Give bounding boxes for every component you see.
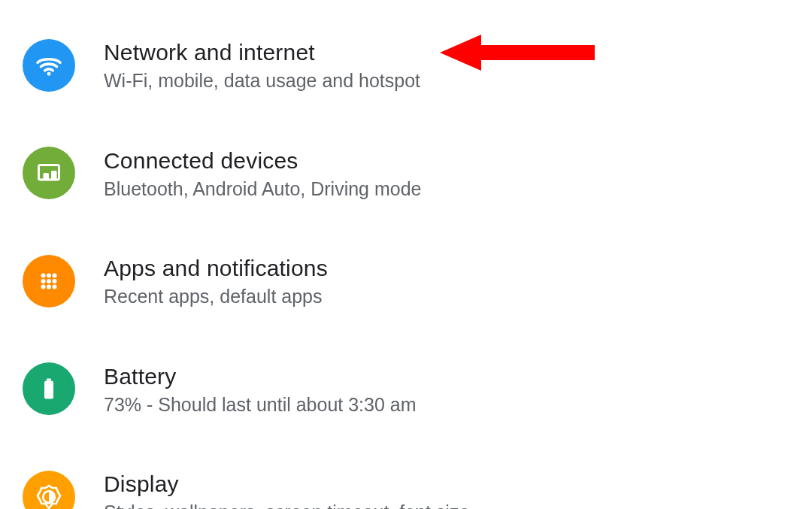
settings-item-subtitle: 73% - Should last until about 3:30 am [104, 392, 417, 417]
settings-item-text: Apps and notifications Recent apps, defa… [104, 253, 328, 309]
svg-point-6 [53, 273, 57, 277]
svg-point-4 [41, 273, 46, 277]
devices-icon [23, 147, 75, 199]
settings-item-network[interactable]: Network and internet Wi-Fi, mobile, data… [23, 23, 812, 108]
apps-icon [23, 255, 75, 308]
settings-item-text: Display Styles, wallpapers, screen timeo… [104, 469, 469, 509]
svg-point-5 [47, 273, 51, 277]
display-icon [23, 471, 75, 509]
settings-item-title: Network and internet [104, 38, 420, 67]
svg-point-11 [47, 284, 51, 289]
settings-item-display[interactable]: Display Styles, wallpapers, screen timeo… [23, 454, 812, 509]
wifi-icon [23, 39, 75, 92]
settings-item-text: Network and internet Wi-Fi, mobile, data… [104, 38, 420, 93]
svg-point-8 [47, 279, 51, 283]
settings-item-subtitle: Wi-Fi, mobile, data usage and hotspot [104, 68, 420, 93]
settings-item-text: Battery 73% - Should last until about 3:… [104, 362, 417, 417]
settings-item-title: Display [104, 469, 469, 498]
settings-item-battery[interactable]: Battery 73% - Should last until about 3:… [23, 347, 812, 432]
svg-rect-13 [47, 379, 51, 381]
settings-list: Network and internet Wi-Fi, mobile, data… [0, 0, 812, 509]
svg-rect-3 [51, 171, 57, 180]
svg-rect-14 [44, 381, 53, 399]
settings-item-subtitle: Bluetooth, Android Auto, Driving mode [104, 177, 422, 201]
svg-rect-2 [44, 173, 50, 180]
svg-point-12 [53, 284, 57, 289]
settings-item-subtitle: Styles, wallpapers, screen timeout, font… [104, 500, 469, 509]
settings-item-title: Connected devices [104, 146, 422, 175]
svg-point-7 [41, 279, 46, 283]
settings-item-title: Apps and notifications [104, 253, 328, 283]
settings-item-text: Connected devices Bluetooth, Android Aut… [104, 146, 422, 201]
settings-item-connected-devices[interactable]: Connected devices Bluetooth, Android Aut… [23, 131, 812, 217]
svg-point-0 [47, 72, 51, 76]
settings-item-title: Battery [104, 362, 417, 391]
svg-point-9 [53, 279, 57, 283]
svg-point-10 [41, 284, 46, 289]
settings-item-apps[interactable]: Apps and notifications Recent apps, defa… [23, 238, 812, 324]
battery-icon [23, 362, 75, 415]
settings-item-subtitle: Recent apps, default apps [104, 284, 328, 309]
